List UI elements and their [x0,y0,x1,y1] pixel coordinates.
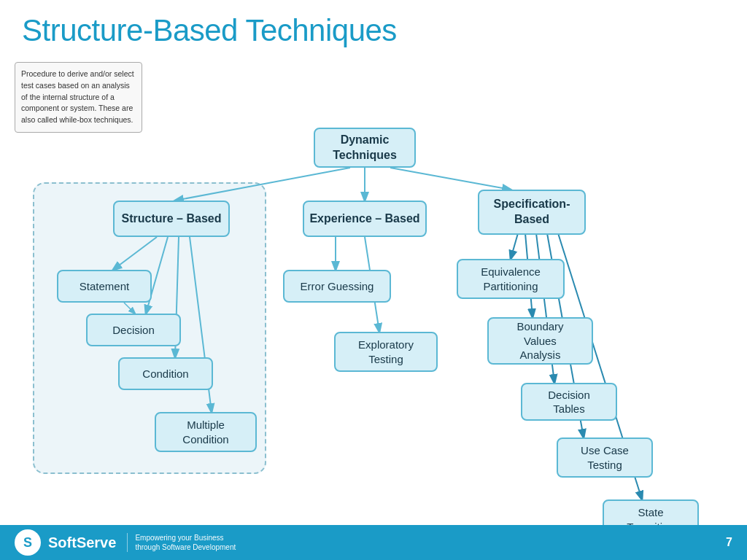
footer-brand: SoftServe [48,534,116,551]
page-title: Structure-Based Techniques [0,0,747,48]
box-equivalence: Equivalence Partitioning [457,259,565,299]
softserve-logo-icon: S [15,529,41,556]
footer-logo: S SoftServe Empowering your Business thr… [15,529,236,556]
box-dynamic: Dynamic Techniques [314,128,416,168]
footer: S SoftServe Empowering your Business thr… [0,525,747,560]
tooltip-text: Procedure to derive and/or select test c… [21,69,134,124]
diagram: Procedure to derive and/or select test c… [0,55,747,525]
box-condition: Condition [118,357,213,390]
box-decision-tables: Decision Tables [521,383,617,421]
box-exploratory: Exploratory Testing [334,332,438,372]
footer-page-number: 7 [726,536,732,549]
svg-line-10 [511,233,518,259]
footer-tagline: Empowering your Business through Softwar… [127,533,236,552]
box-experience-based: Experience – Based [303,201,427,237]
box-decision: Decision [86,314,181,346]
svg-line-2 [390,168,511,190]
slide: Structure-Based Techniques Procedure to … [0,0,747,560]
box-structure-based: Structure – Based [113,201,230,237]
box-boundary: Boundary Values Analysis [487,317,593,365]
box-use-case: Use Case Testing [557,438,653,478]
box-error-guessing: Error Guessing [283,270,391,303]
box-multiple-condition: Multiple Condition [155,412,257,452]
box-statement: Statement [57,270,152,303]
box-specification-based: Specification- Based [478,190,586,235]
tooltip-box: Procedure to derive and/or select test c… [15,62,142,133]
